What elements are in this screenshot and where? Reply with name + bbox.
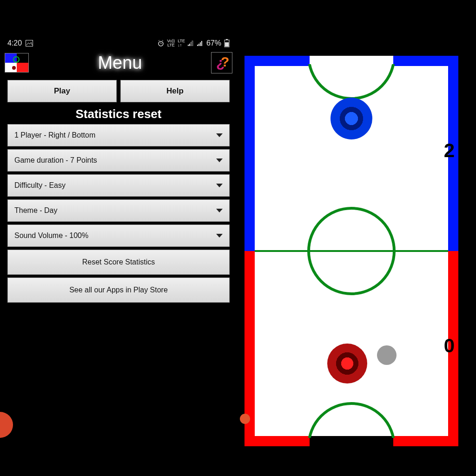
reset-stats-label: Reset Score Statistics <box>82 258 155 266</box>
help-button-label: Help <box>166 86 184 96</box>
app-icon[interactable] <box>5 53 29 73</box>
screen-record-fab2-icon[interactable] <box>240 414 250 424</box>
svg-rect-9 <box>192 41 193 46</box>
status-bar: 4:20 Vo))LTE LTE↓↑ 67% <box>5 37 232 51</box>
svg-rect-0 <box>26 40 33 46</box>
svg-rect-6 <box>188 45 189 46</box>
clock-text: 4:20 <box>7 39 22 47</box>
screen-record-fab-icon[interactable] <box>0 412 13 438</box>
volte-indicator: Vo))LTE <box>167 39 175 47</box>
signal-icon <box>188 40 194 46</box>
app-header: Menu ¿ ? <box>5 51 232 76</box>
lte-indicator: LTE↓↑ <box>178 39 185 47</box>
chevron-down-icon <box>216 209 223 212</box>
score-bottom: 0 <box>444 335 455 357</box>
players-select[interactable]: 1 Player - Right / Bottom <box>7 124 230 146</box>
see-apps-button[interactable]: See all our Apps in Play Store <box>7 278 230 303</box>
svg-rect-7 <box>189 44 190 46</box>
svg-text:?: ? <box>221 54 229 69</box>
center-circle <box>307 207 396 295</box>
mallet-red[interactable] <box>327 344 367 383</box>
picture-icon <box>26 40 33 46</box>
page-title: Menu <box>98 53 142 73</box>
volume-select-label: Sound Volume - 100% <box>14 231 88 240</box>
svg-rect-13 <box>201 41 202 46</box>
play-button[interactable]: Play <box>7 80 117 102</box>
players-select-label: 1 Player - Right / Bottom <box>14 131 95 139</box>
wall-left-top <box>245 56 255 251</box>
difficulty-select[interactable]: Difficulty - Easy <box>7 174 230 197</box>
wall-bottom-left <box>245 436 310 446</box>
battery-icon <box>224 39 230 47</box>
svg-rect-12 <box>200 42 201 46</box>
help-button[interactable]: Help <box>120 80 230 102</box>
theme-select-label: Theme - Day <box>14 206 57 215</box>
game-board[interactable]: 2 0 <box>245 56 458 446</box>
signal2-icon <box>197 40 204 46</box>
chevron-down-icon <box>216 184 223 187</box>
duration-select[interactable]: Game duration - 7 Points <box>7 149 230 172</box>
mallet-blue[interactable] <box>331 98 372 139</box>
section-title: Statistics reset <box>5 107 232 121</box>
score-top: 2 <box>444 139 455 162</box>
alarm-icon <box>157 40 165 47</box>
theme-select[interactable]: Theme - Day <box>7 199 230 222</box>
svg-rect-11 <box>198 44 199 46</box>
reset-stats-button[interactable]: Reset Score Statistics <box>7 250 230 275</box>
chevron-down-icon <box>216 234 223 238</box>
svg-rect-8 <box>191 42 192 46</box>
battery-text: 67% <box>206 39 221 47</box>
chevron-down-icon <box>216 133 223 137</box>
help-icon[interactable]: ¿ ? <box>211 52 232 73</box>
see-apps-label: See all our Apps in Play Store <box>69 286 168 294</box>
svg-rect-15 <box>226 39 228 40</box>
wall-bottom-right <box>393 436 458 446</box>
difficulty-select-label: Difficulty - Easy <box>14 181 66 190</box>
svg-rect-10 <box>197 45 198 46</box>
puck[interactable] <box>377 345 397 365</box>
svg-line-4 <box>159 40 159 41</box>
duration-select-label: Game duration - 7 Points <box>14 156 97 165</box>
chevron-down-icon <box>216 159 223 162</box>
svg-rect-16 <box>225 42 229 46</box>
play-button-label: Play <box>54 86 70 96</box>
svg-line-5 <box>162 40 163 41</box>
volume-select[interactable]: Sound Volume - 100% <box>7 225 230 247</box>
phone-menu-panel: 4:20 Vo))LTE LTE↓↑ 67% <box>5 37 232 305</box>
